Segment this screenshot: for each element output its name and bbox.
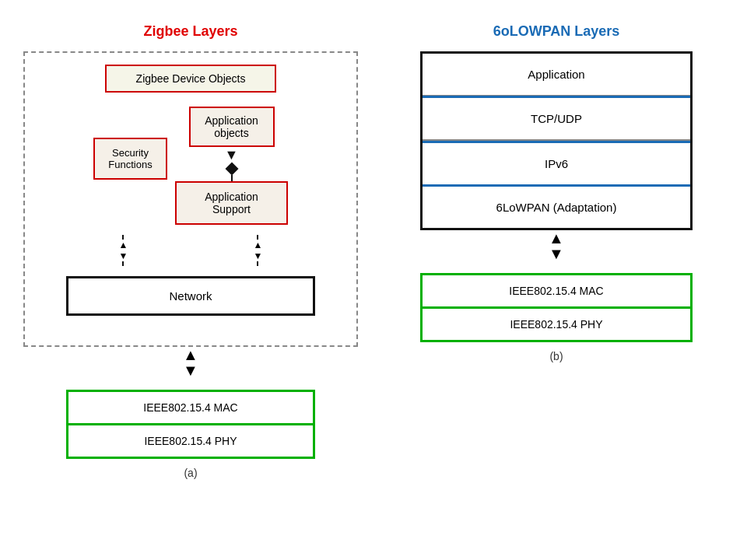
app-objects-box: Application objects	[189, 107, 275, 147]
zigbee-mac-phy-group: IEEE802.15.4 MAC IEEE802.15.4 PHY	[66, 390, 315, 459]
lowpan-diagram-label: (b)	[549, 350, 563, 362]
arrow-security-network: ▲ ▼	[119, 235, 128, 266]
layer-application: Application	[423, 54, 690, 96]
security-box: Security Functions	[93, 138, 167, 180]
layer-6lowpan: 6LoWPAN (Adaptation)	[423, 187, 690, 228]
app-support-box: Application Support	[175, 181, 288, 225]
lowpan-phy-box: IEEE802.15.4 PHY	[420, 309, 693, 342]
arrow-network-mac: ▲ ▼	[183, 347, 198, 378]
lowpan-mac-phy-group: IEEE802.15.4 MAC IEEE802.15.4 PHY	[420, 273, 693, 342]
zdo-box: Zigbee Device Objects	[105, 65, 276, 93]
layer-tcpudp: TCP/UDP	[423, 96, 690, 141]
lowpan-title: 6oLOWPAN Layers	[493, 23, 620, 40]
zigbee-dashed-container: Zigbee Device Objects Security Functions…	[23, 51, 358, 347]
lowpan-stack: Application TCP/UDP IPv6 6LoWPAN (Adapta…	[420, 51, 693, 230]
lowpan-mac-box: IEEE802.15.4 MAC	[420, 273, 693, 309]
arrow-down-app-objects: ▼	[225, 148, 239, 162]
zigbee-panel: Zigbee Layers Zigbee Device Objects Secu…	[16, 16, 366, 544]
arrow-appsupport-network: ▲ ▼	[254, 235, 263, 266]
zigbee-phy-box: IEEE802.15.4 PHY	[66, 425, 315, 459]
zigbee-diagram-label: (a)	[184, 467, 197, 479]
zigbee-mac-box: IEEE802.15.4 MAC	[66, 390, 315, 425]
layer-ipv6: IPv6	[423, 141, 690, 187]
lowpan-diagram: Application TCP/UDP IPv6 6LoWPAN (Adapta…	[412, 51, 700, 362]
lowpan-panel: 6oLOWPAN Layers Application TCP/UDP IPv6…	[381, 16, 731, 544]
arrow-lowpan-mac: ▲ ▼	[549, 230, 564, 261]
diamond-connector	[225, 163, 238, 176]
zigbee-title: Zigbee Layers	[143, 23, 237, 40]
network-box: Network	[66, 276, 315, 316]
